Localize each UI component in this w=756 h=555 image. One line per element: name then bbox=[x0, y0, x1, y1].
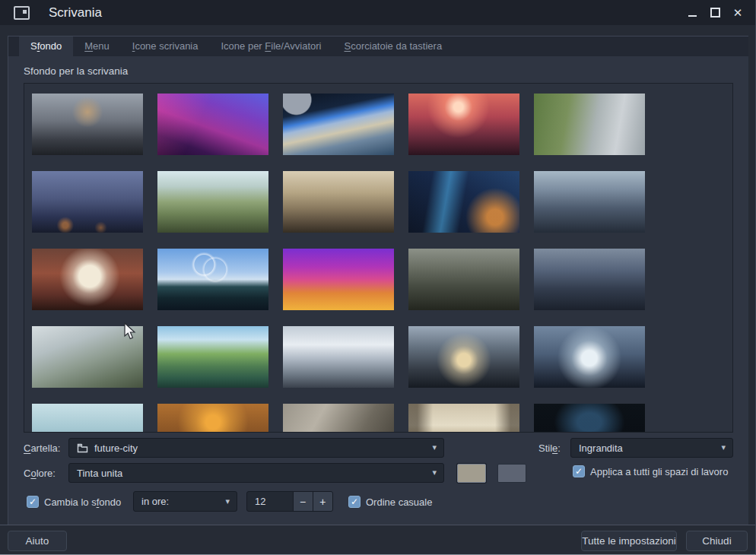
colore-label: Colore: bbox=[24, 468, 56, 479]
stile-label: Stile: bbox=[538, 442, 561, 454]
tab-sfondo[interactable]: Sfondo bbox=[19, 36, 73, 56]
window-controls: ✕ bbox=[681, 3, 749, 23]
color-swatch-secondary bbox=[497, 464, 526, 483]
color-style-dropdown[interactable]: Tinta unita ▾ bbox=[68, 463, 444, 483]
style-dropdown[interactable]: Ingrandita ▾ bbox=[570, 438, 733, 458]
checkbox-label: Applica a tutti gli spazi di lavoro bbox=[590, 466, 728, 477]
wallpaper-thumbnail-night-beacon[interactable] bbox=[534, 404, 645, 433]
checkbox-check-icon: ✓ bbox=[27, 496, 39, 508]
folder-dropdown[interactable]: future-city ▾ bbox=[68, 438, 444, 458]
wallpaper-thumbnail-overgrown-spires[interactable] bbox=[534, 94, 645, 155]
maximize-button[interactable] bbox=[704, 3, 726, 23]
wallpaper-thumbnail-industrial-ravine[interactable] bbox=[408, 249, 519, 310]
window-icon bbox=[14, 6, 30, 20]
minimize-icon bbox=[688, 15, 697, 17]
tab-icone-file-avviatori[interactable]: Icone per File/Avviatori bbox=[210, 36, 333, 56]
interval-unit-dropdown[interactable]: in ore: ▾ bbox=[133, 491, 237, 512]
spinner-increment-button[interactable]: + bbox=[313, 492, 332, 511]
folder-dropdown-value: future-city bbox=[94, 442, 138, 454]
wallpaper-thumbnail-domed-city[interactable] bbox=[32, 94, 143, 155]
wallpaper-thumbnail-white-fortress[interactable] bbox=[32, 326, 143, 388]
close-button[interactable]: ✕ bbox=[726, 3, 749, 23]
wallpaper-thumbnail-glowing-canyon-city[interactable] bbox=[534, 326, 645, 388]
window-title: Scrivania bbox=[49, 5, 102, 21]
close-dialog-button[interactable]: Chiudi bbox=[686, 531, 748, 551]
settings-notebook: Sfondo Menu Icone scrivania Icone per Fi… bbox=[8, 36, 748, 526]
checkbox-label: Ordine casuale bbox=[366, 496, 432, 508]
tab-menu[interactable]: Menu bbox=[73, 36, 121, 56]
wallpaper-thumbnail-burning-city[interactable] bbox=[157, 404, 268, 433]
chevron-down-icon: ▾ bbox=[432, 442, 437, 452]
wallpaper-thumbnail-misty-blue-city[interactable] bbox=[32, 171, 143, 233]
wallpaper-list-box bbox=[24, 83, 733, 433]
footer-bar: Aiuto Tutte le impostazioni Chiudi bbox=[0, 525, 755, 554]
checkbox-cambia-sfondo[interactable]: ✓ Cambia lo sfondo bbox=[27, 496, 121, 508]
folder-icon bbox=[77, 443, 88, 453]
titlebar: Scrivania ✕ bbox=[0, 0, 755, 25]
wallpaper-thumbnail-ring-sunset[interactable] bbox=[408, 326, 519, 388]
interval-spinner: 12 − + bbox=[246, 491, 333, 512]
chevron-down-icon: ▾ bbox=[225, 496, 230, 506]
tab-scorciatoie[interactable]: Scorciatoie da tastiera bbox=[333, 36, 454, 56]
all-settings-button[interactable]: Tutte le impostazioni bbox=[581, 531, 677, 551]
wallpaper-thumbnail-ring-forge[interactable] bbox=[32, 249, 143, 310]
desktop-settings-window: Scrivania ✕ Sfondo Menu Icone scrivania … bbox=[0, 0, 756, 555]
maximize-icon bbox=[710, 8, 720, 17]
checkbox-ordine-casuale[interactable]: ✓ Ordine casuale bbox=[348, 496, 432, 508]
chevron-down-icon: ▾ bbox=[721, 442, 726, 452]
wallpaper-thumbnail-orbital-horizon[interactable] bbox=[283, 94, 394, 155]
wallpaper-thumbnail-steel-city[interactable] bbox=[534, 249, 645, 310]
panel-heading: Sfondo per la scrivania bbox=[24, 65, 128, 77]
wallpaper-thumbnail-rock-hangar[interactable] bbox=[283, 404, 394, 433]
minus-icon: − bbox=[300, 496, 306, 508]
interval-unit-value: in ore: bbox=[141, 496, 169, 507]
wallpaper-thumbnail-mushroom-towers[interactable] bbox=[157, 171, 268, 233]
wallpaper-grid bbox=[32, 94, 645, 433]
checkbox-label: Cambia lo sfondo bbox=[44, 496, 121, 508]
chevron-down-icon: ▾ bbox=[432, 468, 437, 477]
tab-icone-scrivania[interactable]: Icone scrivania bbox=[121, 36, 210, 56]
wallpaper-thumbnail-snow-peaks[interactable] bbox=[283, 326, 394, 388]
sfondo-panel: Sfondo per la scrivania Cartella: future… bbox=[8, 56, 748, 526]
style-dropdown-value: Ingrandita bbox=[579, 442, 623, 454]
wallpaper-thumbnail-neon-purple-city[interactable] bbox=[157, 94, 268, 155]
wallpaper-thumbnail-waterfall-city[interactable] bbox=[157, 326, 268, 388]
minimize-button[interactable] bbox=[681, 3, 704, 23]
wallpaper-thumbnail-ray-lit-towers[interactable] bbox=[534, 171, 645, 233]
wallpaper-thumbnail-ice-spires[interactable] bbox=[32, 404, 143, 433]
wallpaper-thumbnail-neon-harbor[interactable] bbox=[408, 171, 519, 233]
color-swatch-primary[interactable] bbox=[457, 464, 486, 483]
color-style-dropdown-value: Tinta unita bbox=[77, 468, 122, 479]
help-button[interactable]: Aiuto bbox=[8, 531, 67, 551]
wallpaper-thumbnail-twin-planet-lake[interactable] bbox=[157, 249, 268, 310]
wallpaper-thumbnail-canyon-vault[interactable] bbox=[408, 404, 519, 433]
tab-bar: Sfondo Menu Icone scrivania Icone per Fi… bbox=[8, 36, 748, 56]
wallpaper-thumbnail-sand-bridges[interactable] bbox=[283, 171, 394, 233]
close-icon: ✕ bbox=[733, 7, 743, 18]
wallpaper-thumbnail-neon-cliff-city[interactable] bbox=[283, 249, 394, 310]
wallpaper-thumbnail-red-sun-city[interactable] bbox=[408, 94, 519, 155]
plus-icon: + bbox=[319, 496, 326, 508]
cartella-label: Cartella: bbox=[24, 442, 60, 454]
checkbox-applica-spazi-lavoro[interactable]: ✓ Applica a tutti gli spazi di lavoro bbox=[573, 465, 728, 477]
interval-value[interactable]: 12 bbox=[247, 492, 293, 511]
checkbox-check-icon: ✓ bbox=[348, 496, 361, 508]
checkbox-check-icon: ✓ bbox=[573, 465, 585, 477]
spinner-decrement-button[interactable]: − bbox=[293, 492, 313, 511]
